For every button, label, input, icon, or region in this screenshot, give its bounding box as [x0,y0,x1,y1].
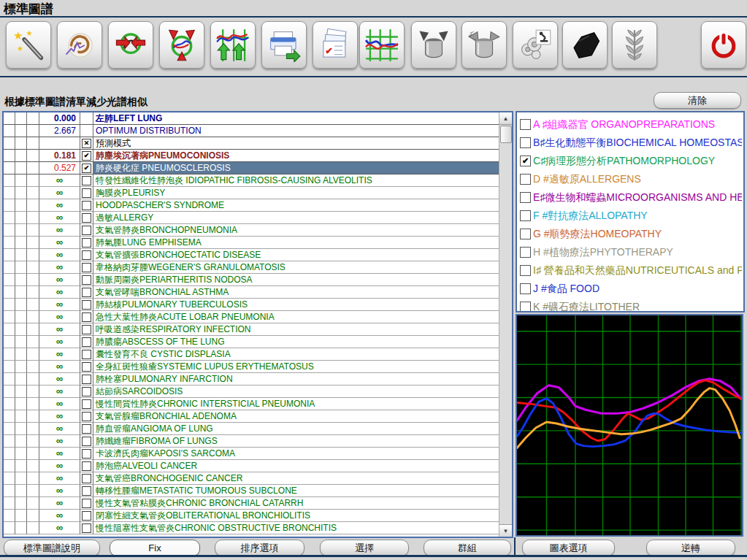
table-row[interactable]: ∞支氣管腺瘤BRONCHIAL ADENOMA [4,410,499,423]
row-checkbox[interactable] [80,522,93,534]
row-label[interactable]: 轉移性腫瘤METASTATIC TUMOROUS SUBCLONE [93,485,499,497]
category-checkbox[interactable] [520,119,531,130]
category-item[interactable]: F #對抗療法ALLOPATHY [518,207,742,225]
table-row[interactable]: ∞肺纖維瘤FIBROMA OF LUNGS [4,435,499,448]
row-label[interactable]: 支氣管腺瘤BRONCHIAL ADENOMA [93,410,499,423]
row-label[interactable]: 特發性纖維化性肺泡炎 IDIOPATHIC FIBROSIS-CAUSING A… [93,174,499,187]
row-label[interactable]: 肺纖維瘤FIBROMA OF LUNGS [93,435,499,448]
graph-view-button[interactable] [359,21,405,69]
table-row[interactable]: ∞韋格納肉芽腫WEGENER'S GRANULOMATOSIS [4,261,499,274]
category-item[interactable]: A ♯組織器官 ORGANOPREPARATIONS [518,115,742,134]
table-row[interactable]: ∞特發性纖維化性肺泡炎 IDIOPATHIC FIBROSIS-CAUSING … [4,174,499,187]
row-label[interactable]: 胸膜炎PLEURISY [93,187,499,199]
category-checkbox[interactable] [520,192,531,203]
table-row[interactable]: ∞慢性支氣管粘膜炎CHRONIC BRONCHIAL CATARRH [4,497,499,510]
exit-button[interactable] [701,21,746,69]
sort-options-button[interactable]: 排序選項 [215,540,304,556]
row-label[interactable]: 左肺LEFT LUNG [93,112,499,125]
table-row[interactable]: ∞慢性阻塞性支氣管炎CHRONIC OBSTRUCTIVE BRONCHITIS [4,522,499,534]
vertical-scrollbar[interactable]: ▲ ▼ [499,112,512,537]
category-item[interactable]: D #過敏原ALLERGENS [518,170,742,188]
row-checkbox[interactable] [80,311,93,323]
table-row[interactable]: ∞肺血管瘤ANGIOMA OF LUNG [4,423,499,435]
row-checkbox[interactable] [80,348,93,361]
row-checkbox[interactable] [80,125,93,137]
table-row[interactable]: ∞肺結核PULMONARY TUBERCULOSIS [4,299,499,311]
litotherapy-button[interactable] [562,21,608,69]
row-label[interactable]: 肺氣腫LUNG EMPHISEMA [93,237,499,249]
row-checkbox[interactable] [80,398,93,410]
table-row[interactable]: ∞支氣管擴張BRONCHOECTATIC DISEASE [4,249,499,261]
table-row[interactable]: ∞支氣管癌BRONCHOGENIC CANCER [4,472,499,485]
row-checkbox[interactable]: ✔ [80,162,93,174]
container-take-button[interactable] [461,21,507,69]
category-checkbox[interactable] [520,229,531,239]
row-label[interactable]: 慢性支氣管粘膜炎CHRONIC BRONCHIAL CATARRH [93,497,499,510]
spectral-similarity-button[interactable] [210,21,256,69]
row-checkbox[interactable] [80,336,93,348]
diagnoses-card-index-button[interactable]: ✔ [313,21,358,69]
row-label[interactable]: 過敏ALLERGY [93,212,499,224]
scrollbar-thumb[interactable] [500,126,512,143]
print-button[interactable] [261,21,307,69]
category-item[interactable]: E♯微生物和蠕蟲MICROORGANISMS AND HELMI [518,188,742,207]
row-checkbox[interactable] [80,199,93,212]
row-label[interactable]: 支氣管癌BRONCHOGENIC CANCER [93,472,499,485]
scroll-down-button[interactable]: ▼ [499,524,512,537]
row-checkbox[interactable]: ✔ [80,150,93,162]
etalons-wizard-button[interactable]: ★ ★ ★ [6,21,51,69]
row-label[interactable]: 肺炎硬化症 PNEUMOSCLEROSIS [93,162,499,174]
category-checkbox[interactable]: ✔ [520,156,531,166]
category-checkbox[interactable] [520,283,531,294]
table-row[interactable]: ∞動脈周圍炎PERIARTHERITIS NODOSA [4,274,499,286]
invert-button[interactable]: 逆轉 [646,540,735,556]
table-row[interactable]: ∞肺泡癌ALVEOLI CANCER [4,460,499,472]
row-checkbox[interactable] [80,212,93,224]
row-checkbox[interactable] [80,435,93,448]
table-row[interactable]: ∞肺膿瘍ABSCESS OF THE LUNG [4,336,499,348]
table-row[interactable]: ∞囊性發育不良 CYSTIC DISPLASIA [4,348,499,361]
table-row[interactable]: ∞胸膜炎PLEURISY [4,187,499,199]
row-label[interactable]: 支氣管肺炎BRONCHOPNEUMONIA [93,224,499,237]
table-row[interactable]: ∞慢性間質性肺炎CHRONIC INTERSTICIAL PNEUMONIA [4,398,499,410]
category-checkbox[interactable] [520,265,531,276]
table-row[interactable]: ∞肺栓塞PULMONARY INFARCTION [4,373,499,386]
row-label[interactable]: 囊性發育不良 CYSTIC DISPLASIA [93,348,499,361]
category-item[interactable]: J #食品 FOOD [518,280,742,298]
table-row[interactable]: ∞轉移性腫瘤METASTATIC TUMOROUS SUBCLONE [4,485,499,497]
compare-spectra-button[interactable] [108,21,153,69]
chart-options-button[interactable]: 圖表選項 [522,540,615,556]
category-item[interactable]: K #礦石療法LITOTHER [518,298,742,312]
row-label[interactable]: 預測模式 [93,137,499,150]
row-checkbox[interactable] [80,261,93,274]
table-row[interactable]: ∞急性大葉性肺炎ACUTE LOBAR PNEUMONIA [4,311,499,323]
clear-button[interactable]: 清除 [654,92,741,109]
category-item[interactable]: G #順勢療法HOMEOPATHY [518,225,742,243]
row-checkbox[interactable] [80,410,93,423]
row-checkbox[interactable] [80,187,93,199]
row-label[interactable]: OPTIMUM DISTRIBUTION [93,125,499,137]
row-checkbox[interactable]: ✕ [80,137,93,150]
row-label[interactable]: 閉塞性細支氣管炎OBLITERATIONAL BRONCHIOLITIS [93,510,499,522]
select-button[interactable]: 選擇 [320,540,409,556]
row-checkbox[interactable] [80,423,93,435]
row-checkbox[interactable] [80,386,93,398]
row-label[interactable]: 急性大葉性肺炎ACUTE LOBAR PNEUMONIA [93,311,499,323]
row-label[interactable]: HOODPASCHER'S SYNDROME [93,199,499,212]
row-label[interactable]: 肺結核PULMONARY TUBERCULOSIS [93,299,499,311]
table-row[interactable]: 0.181✔肺塵埃沉著病PNEUMOCONIOSIS [4,150,499,162]
category-item[interactable]: I♯ 營養品和天然藥品NUTRICEUTICALS and PAR [518,261,742,280]
row-checkbox[interactable] [80,299,93,311]
row-checkbox[interactable] [80,224,93,237]
category-item[interactable]: ✔C♯病理形態分析PATHOMORPHOLOGY [518,152,742,170]
row-checkbox[interactable] [80,174,93,187]
phytotherapy-button[interactable] [612,21,657,69]
row-label[interactable]: 慢性阻塞性支氣管炎CHRONIC OBSTRUCTIVE BRONCHITIS [93,522,499,534]
table-row[interactable]: ∞閉塞性細支氣管炎OBLITERATIONAL BRONCHIOLITIS [4,510,499,522]
row-checkbox[interactable] [80,485,93,497]
table-row[interactable]: ✕預測模式 [4,137,499,150]
vegeto-test-button[interactable] [159,21,204,69]
row-checkbox[interactable] [80,361,93,373]
row-label[interactable]: 卡波濟氏肉瘤KAPOSI'S SARCOMA [93,448,499,460]
scroll-up-button[interactable]: ▲ [499,112,512,125]
